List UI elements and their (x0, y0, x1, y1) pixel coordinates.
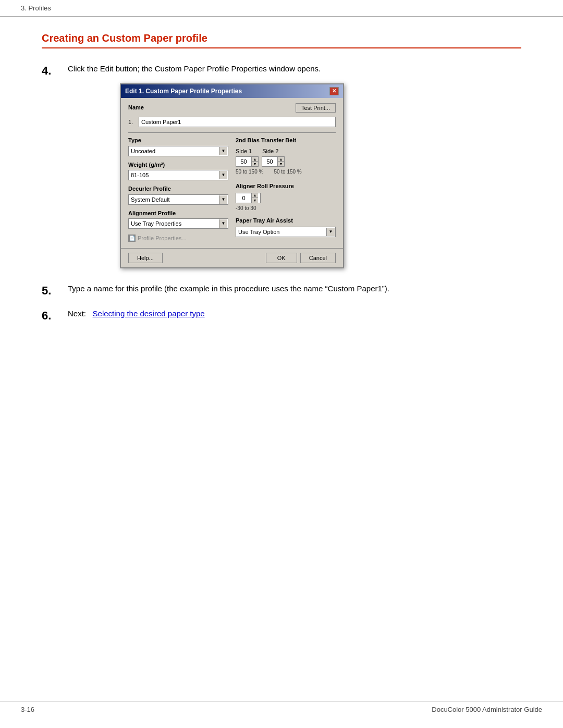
bias-side2-label: Side 2 (262, 147, 278, 156)
bias-side1-label: Side 1 (236, 147, 252, 156)
section-header: 3. Profiles (0, 0, 563, 17)
divider (128, 132, 336, 133)
bias-spinner-2-buttons: ▲ ▼ (278, 157, 284, 166)
bias-section: 2nd Bias Transfer Belt Side 1 Side 2 (236, 136, 336, 179)
cancel-button[interactable]: Cancel (300, 253, 336, 263)
paper-tray-section: Paper Tray Air Assist Use Tray Option ▼ (236, 216, 336, 238)
dialog-titlebar: Edit 1. Custom Paper Profile Properties … (121, 84, 343, 98)
bias-spinner-1: ▲ ▼ (236, 156, 259, 167)
main-content: Creating an Custom Paper profile 4. Clic… (0, 17, 563, 368)
name-input-row: 1. (128, 117, 336, 127)
paper-tray-label: Paper Tray Air Assist (236, 216, 336, 225)
help-button[interactable]: Help... (128, 253, 163, 263)
page-title: Creating an Custom Paper profile (42, 32, 521, 48)
page-container: 3. Profiles Creating an Custom Paper pro… (0, 0, 563, 728)
doc-title: DocuColor 5000 Administrator Guide (432, 706, 542, 713)
step-5: 5. Type a name for this profile (the exa… (42, 283, 521, 298)
page-footer: 3-16 DocuColor 5000 Administrator Guide (0, 701, 563, 718)
name-number: 1. (128, 118, 137, 127)
bias-spinner-2-up[interactable]: ▲ (278, 157, 284, 162)
step-6-number: 6. (42, 308, 68, 323)
bias-ranges: 50 to 150 % 50 to 150 % (236, 168, 336, 179)
weight-select[interactable]: 81-105 (128, 170, 228, 180)
right-column: 2nd Bias Transfer Belt Side 1 Side 2 (236, 136, 336, 243)
step-4: 4. Click the Edit button; the Custom Pap… (42, 63, 521, 268)
step-4-text: Click the Edit button; the Custom Paper … (68, 63, 521, 268)
dialog-columns: Type Uncoated ▼ Weight (g/m²) (128, 136, 336, 243)
weight-label: Weight (g/m²) (128, 161, 228, 169)
aligner-range: -30 to 30 (236, 204, 336, 212)
bias-sides: Side 1 Side 2 (236, 147, 336, 156)
bias-spinner-2-down[interactable]: ▼ (278, 162, 284, 166)
profile-props-label: Profile Properties... (138, 234, 187, 243)
name-label: Name (128, 103, 144, 112)
dialog-body: Name Test Print... 1. (121, 98, 343, 248)
step-5-text: Type a name for this profile (the exampl… (68, 283, 521, 295)
close-button[interactable]: ✕ (329, 87, 339, 95)
decurler-label: Decurler Profile (128, 184, 228, 193)
bias-label: 2nd Bias Transfer Belt (236, 136, 336, 145)
name-label-group: Name (128, 103, 144, 113)
name-row: Name Test Print... (128, 103, 336, 113)
alignment-select[interactable]: Use Tray Properties (128, 218, 228, 229)
step-6-prefix: Next: (68, 309, 86, 318)
left-column: Type Uncoated ▼ Weight (g/m²) (128, 136, 228, 243)
step-6: 6. Next: Selecting the desired paper typ… (42, 308, 521, 323)
test-print-button[interactable]: Test Print... (296, 103, 336, 113)
bias-spinner-1-buttons: ▲ ▼ (252, 157, 258, 166)
step-4-number: 4. (42, 63, 68, 78)
aligner-spinner-down[interactable]: ▼ (252, 198, 258, 203)
dialog: Edit 1. Custom Paper Profile Properties … (120, 83, 344, 268)
step-6-text: Next: Selecting the desired paper type (68, 308, 521, 320)
footer-right-buttons: OK Cancel (266, 253, 336, 263)
type-label: Type (128, 136, 228, 145)
aligner-spinner-buttons: ▲ ▼ (252, 193, 258, 203)
step-5-number: 5. (42, 283, 68, 298)
decurler-select[interactable]: System Default (128, 194, 228, 205)
type-select[interactable]: Uncoated (128, 146, 228, 156)
page-number: 3-16 (21, 706, 34, 713)
bias-spinner-2: ▲ ▼ (262, 156, 285, 167)
paper-tray-select[interactable]: Use Tray Option (236, 227, 336, 237)
dialog-title: Edit 1. Custom Paper Profile Properties (125, 87, 242, 96)
profile-props-link[interactable]: 📄 Profile Properties... (128, 234, 228, 243)
decurler-select-wrapper: System Default ▼ (128, 194, 228, 205)
type-select-wrapper: Uncoated ▼ (128, 146, 228, 156)
bias-spinner-1-down[interactable]: ▼ (252, 162, 258, 166)
alignment-label: Alignment Profile (128, 209, 228, 218)
alignment-select-wrapper: Use Tray Properties ▼ (128, 218, 228, 229)
ok-button[interactable]: OK (266, 253, 297, 263)
bias-range-2: 50 to 150 % (274, 168, 301, 176)
aligner-spinner: ▲ ▼ (236, 193, 261, 203)
dialog-footer: Help... OK Cancel (121, 248, 343, 267)
aligner-label: Aligner Roll Pressure (236, 182, 336, 191)
section-label: 3. Profiles (21, 4, 51, 12)
weight-select-wrapper: 81-105 ▼ (128, 170, 228, 180)
paper-tray-select-wrapper: Use Tray Option ▼ (236, 227, 336, 237)
name-input[interactable] (139, 117, 336, 127)
dialog-wrapper: Edit 1. Custom Paper Profile Properties … (120, 83, 521, 268)
bias-range-1: 50 to 150 % (236, 168, 263, 176)
aligner-spinner-up[interactable]: ▲ (252, 193, 258, 198)
bias-input-1[interactable] (236, 157, 252, 166)
aligner-input[interactable] (236, 193, 252, 203)
profile-props-icon: 📄 (128, 235, 136, 242)
step-6-link[interactable]: Selecting the desired paper type (93, 309, 205, 318)
bias-input-2[interactable] (262, 157, 278, 166)
bias-inputs: ▲ ▼ ▲ (236, 156, 336, 167)
aligner-section: Aligner Roll Pressure ▲ ▼ (236, 182, 336, 212)
bias-spinner-1-up[interactable]: ▲ (252, 157, 258, 162)
